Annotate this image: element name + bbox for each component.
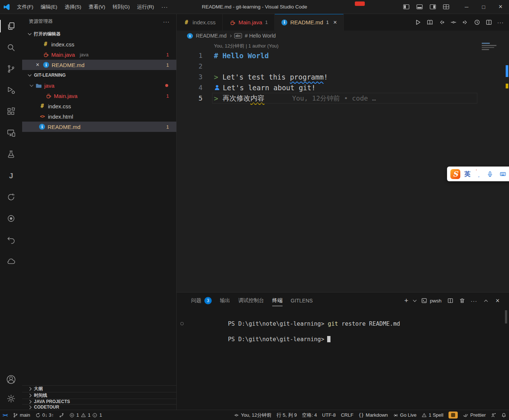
- activity-target-icon[interactable]: [0, 208, 22, 229]
- previous-change-button[interactable]: [436, 17, 447, 28]
- toggle-secondary-sidebar-button[interactable]: [427, 1, 439, 12]
- section-outline[interactable]: 大纲: [22, 385, 176, 392]
- toggle-sidebar-button[interactable]: [400, 1, 412, 12]
- ime-microphone-icon[interactable]: [485, 169, 494, 178]
- activity-run-debug-icon[interactable]: [0, 80, 22, 101]
- go-live-item[interactable]: Go Live: [391, 410, 419, 420]
- panel-more-actions-button[interactable]: ···: [468, 295, 479, 306]
- tree-item-java-folder[interactable]: java: [22, 80, 176, 91]
- breadcrumb-symbol[interactable]: # Hello World: [245, 33, 276, 39]
- feedback-item[interactable]: [488, 410, 499, 420]
- cursor-position-item[interactable]: 行 5, 列 9: [274, 410, 299, 420]
- codelens-authors[interactable]: You, 12分钟前 | 1 author (You): [214, 43, 509, 49]
- tab-main-java[interactable]: Main.java 1: [223, 14, 275, 31]
- ime-language-toggle[interactable]: 英: [464, 170, 471, 178]
- split-editor-button[interactable]: [483, 17, 494, 28]
- activity-undo-arrow-icon[interactable]: [0, 229, 22, 251]
- menu-view[interactable]: 查看(V): [85, 0, 109, 14]
- customize-layout-button[interactable]: [440, 1, 452, 12]
- tree-item-main-java[interactable]: Main.java 1: [22, 91, 176, 101]
- tab-debug-console[interactable]: 调试控制台: [234, 293, 268, 309]
- code-line[interactable]: 3 > Let's test this programm !: [177, 71, 509, 82]
- tab-output[interactable]: 输出: [216, 293, 234, 309]
- terminal-profile[interactable]: pwsh: [419, 298, 444, 304]
- activity-extensions-icon[interactable]: [0, 101, 22, 122]
- new-terminal-button[interactable]: +: [402, 295, 411, 306]
- terminal-dropdown-button[interactable]: [411, 295, 418, 306]
- sogou-logo-icon[interactable]: S: [450, 169, 460, 179]
- window-close-button[interactable]: ×: [492, 0, 509, 14]
- code-line[interactable]: 4 Let's learn about git!: [177, 82, 509, 93]
- sync-item[interactable]: 0↓ 3↑: [33, 410, 56, 420]
- spell-checker-item[interactable]: 1 Spell: [419, 410, 446, 420]
- problems-item[interactable]: 1 1 1: [67, 410, 105, 420]
- menu-more[interactable]: ···: [158, 0, 172, 14]
- section-timeline[interactable]: 时间线: [22, 392, 176, 399]
- open-editor-item-readme-md[interactable]: × i README.md 1: [22, 60, 176, 70]
- tab-gitlens[interactable]: GITLENS: [287, 293, 317, 309]
- project-section-header[interactable]: GIT-LEARNING: [22, 70, 176, 80]
- file-history-button[interactable]: [471, 17, 482, 28]
- run-button[interactable]: [412, 17, 423, 28]
- explorer-more-actions-button[interactable]: ···: [163, 18, 170, 25]
- activity-remote-explorer-icon[interactable]: [0, 122, 22, 144]
- code-line-current[interactable]: 5 > 再次修改 内容 You, 12分钟前 • code …: [177, 93, 509, 104]
- activity-circular-arrow-icon[interactable]: [0, 186, 22, 208]
- encoding-item[interactable]: UTF-8: [319, 410, 338, 420]
- tab-readme-md[interactable]: i README.md 1 ×: [275, 14, 344, 31]
- open-changes-button[interactable]: [448, 17, 459, 28]
- activity-java-icon[interactable]: J: [0, 165, 22, 186]
- tree-item-index-css[interactable]: # index.css: [22, 101, 176, 111]
- remote-indicator[interactable]: ><: [0, 410, 10, 420]
- language-mode-item[interactable]: {} Markdown: [356, 410, 390, 420]
- maximize-panel-button[interactable]: [480, 295, 491, 306]
- kill-terminal-trash-button[interactable]: [457, 295, 468, 306]
- tab-terminal[interactable]: 终端: [268, 293, 287, 309]
- close-tab-icon[interactable]: ×: [333, 19, 337, 26]
- tree-item-readme-md[interactable]: i README.md 1: [22, 122, 176, 132]
- minimize-button[interactable]: ─: [458, 0, 475, 14]
- section-codetour[interactable]: CODETOUR: [22, 404, 176, 410]
- prettier-item[interactable]: Prettier: [460, 410, 488, 420]
- terminal[interactable]: PS D:\git\note\git-learning> git restore…: [177, 309, 509, 410]
- maximize-button[interactable]: □: [475, 0, 492, 14]
- open-editor-item-index-css[interactable]: # index.css: [22, 39, 176, 49]
- extension-status-badge[interactable]: [446, 410, 460, 420]
- tab-index-css[interactable]: # index.css: [177, 14, 223, 31]
- branch-item[interactable]: main: [10, 410, 33, 420]
- gitlens-blame-item[interactable]: You, 12分钟前: [231, 410, 274, 420]
- close-panel-button[interactable]: ×: [492, 295, 503, 306]
- source-control-graph-item[interactable]: [56, 410, 67, 420]
- breadcrumb-file[interactable]: README.md: [196, 33, 226, 39]
- menu-goto[interactable]: 转到(G): [109, 0, 134, 14]
- menu-edit[interactable]: 编辑(E): [37, 0, 61, 14]
- menu-selection[interactable]: 选择(S): [61, 0, 85, 14]
- toggle-panel-button[interactable]: [413, 1, 426, 12]
- code-line[interactable]: 1 # Hello World: [177, 50, 509, 61]
- minimap[interactable]: [482, 43, 499, 50]
- settings-gear-icon[interactable]: [0, 389, 22, 408]
- menu-run[interactable]: 运行(R): [134, 0, 158, 14]
- section-java-projects[interactable]: JAVA PROJECTS: [22, 399, 176, 404]
- eol-item[interactable]: CRLF: [338, 410, 356, 420]
- activity-cloud-icon[interactable]: [0, 251, 22, 272]
- command-decoration-icon[interactable]: [180, 322, 184, 325]
- next-change-button[interactable]: [460, 17, 471, 28]
- open-editors-header[interactable]: 打开的编辑器: [22, 29, 176, 39]
- open-editor-item-main-java[interactable]: Main.java java 1: [22, 49, 176, 60]
- notifications-item[interactable]: [499, 410, 509, 420]
- menu-file[interactable]: 文件(F): [13, 0, 37, 14]
- activity-source-control-icon[interactable]: [0, 58, 22, 80]
- more-actions-button[interactable]: ···: [495, 17, 506, 28]
- account-icon[interactable]: [0, 370, 22, 389]
- terminal-scrollbar[interactable]: [505, 310, 507, 323]
- close-editor-icon[interactable]: ×: [35, 62, 41, 68]
- ime-keyboard-icon[interactable]: [498, 169, 507, 178]
- open-preview-button[interactable]: [424, 17, 435, 28]
- ime-punctuation-toggle[interactable]: ’ ，: [475, 170, 481, 178]
- tab-problems[interactable]: 问题 3: [187, 293, 216, 309]
- tree-item-index-html[interactable]: <> index.html: [22, 111, 176, 122]
- activity-explorer-icon[interactable]: [0, 15, 22, 37]
- split-terminal-button[interactable]: [445, 295, 456, 306]
- indentation-item[interactable]: 空格: 4: [299, 410, 319, 420]
